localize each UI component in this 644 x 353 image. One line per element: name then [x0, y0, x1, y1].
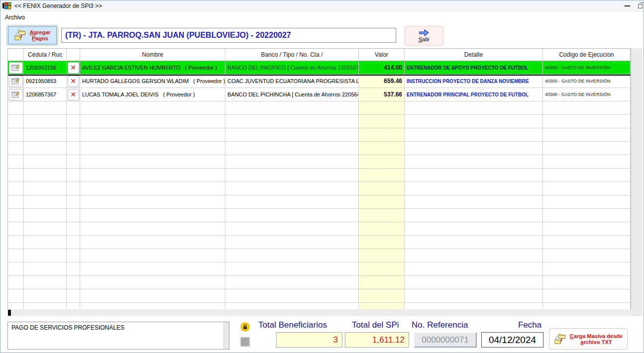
empty-cell: [8, 142, 24, 155]
agregar-pagos-label: Agregar Pagos: [29, 29, 50, 41]
empty-cell: [80, 222, 225, 235]
minimize-button[interactable]: [619, 0, 636, 11]
header-codigo: Codigo de Ejecucion: [543, 49, 631, 61]
empty-cell: [67, 289, 80, 302]
gray-square-button[interactable]: [240, 337, 250, 347]
empty-cell: [8, 169, 24, 181]
empty-cell: [8, 115, 24, 128]
empty-cell: [225, 195, 359, 208]
empty-cell: [405, 236, 543, 249]
grid-horizontal-scrollbar[interactable]: [7, 309, 631, 316]
empty-cell: [67, 209, 80, 222]
empty-cell: [543, 209, 631, 222]
copy-folders-icon: [554, 333, 567, 346]
empty-cell: [543, 222, 631, 235]
empty-cell: [80, 249, 225, 262]
payment-row[interactable]: 1206953158 ✕ AVILEZ GARCIA ESTIVEN HUMBE…: [8, 61, 631, 75]
empty-cell: [359, 115, 405, 128]
total-beneficiarios-label: Total Beneficiarios: [258, 320, 327, 330]
empty-cell: [405, 303, 543, 310]
empty-cell: [543, 303, 631, 310]
cell-codigo: 40300 - GASTO DE INVERSIÓN: [543, 61, 631, 74]
empty-cell: [359, 222, 405, 235]
agregar-pagos-button[interactable]: Agregar Pagos: [6, 25, 58, 46]
empty-grid-row: [8, 263, 631, 276]
cell-cedula: 0921950853: [24, 75, 67, 88]
concepto-textarea[interactable]: PAGO DE SERVICIOS PROFESIONALES: [7, 322, 229, 350]
empty-cell: [67, 182, 80, 195]
empty-cell: [80, 276, 225, 289]
empty-cell: [225, 128, 359, 141]
empty-cell: [405, 195, 543, 208]
referencia-label: No. Referencia: [412, 320, 468, 330]
empty-cell: [225, 303, 359, 310]
restore-icon: [638, 4, 643, 8]
cell-detalle: ENTRENADOR DE APOYO PROYECTO DE FUTBOL: [405, 61, 543, 74]
delete-payment-button[interactable]: ✕: [68, 76, 79, 87]
grid-body: 1206953158 ✕ AVILEZ GARCIA ESTIVEN HUMBE…: [8, 61, 631, 310]
header-nombre: Nombre: [80, 49, 225, 61]
empty-cell: [359, 195, 405, 208]
empty-cell: [67, 101, 80, 114]
empty-cell: [359, 101, 405, 114]
spi-title-field[interactable]: [61, 28, 396, 43]
delete-payment-button[interactable]: ✕: [68, 89, 79, 100]
empty-cell: [80, 115, 225, 128]
empty-cell: [8, 209, 24, 222]
empty-grid-row: [8, 142, 631, 155]
empty-cell: [405, 115, 543, 128]
total-spi-label: Total del SPi: [352, 320, 399, 330]
empty-cell: [225, 263, 359, 275]
window-title: << FENIX Generador de SPi3 >>: [14, 2, 102, 9]
empty-cell: [225, 289, 359, 302]
empty-cell: [80, 142, 225, 155]
empty-cell: [80, 236, 225, 249]
menubar: Archivo: [0, 12, 644, 22]
empty-cell: [80, 128, 225, 141]
empty-grid-row: [8, 195, 631, 209]
empty-grid-row: [8, 182, 631, 195]
grid-header: Cédula / Ruc Nombre Banco / Tipo / No. C…: [8, 49, 631, 61]
cell-banco: BANCO DEL PACIFICO [ Cuenta de Ahorros 1…: [225, 61, 359, 74]
empty-cell: [67, 169, 80, 181]
empty-cell: [8, 236, 24, 249]
empty-grid-row: [8, 289, 631, 303]
empty-cell: [359, 142, 405, 155]
cell-cedula: 1206857367: [24, 88, 67, 101]
edit-payment-button[interactable]: [9, 89, 23, 100]
empty-cell: [8, 276, 24, 289]
empty-cell: [24, 155, 67, 168]
empty-cell: [543, 101, 631, 114]
salir-button[interactable]: Salir: [405, 26, 443, 46]
empty-cell: [405, 209, 543, 222]
empty-cell: [405, 276, 543, 289]
empty-grid-row: [8, 303, 631, 310]
empty-cell: [24, 195, 67, 208]
carga-masiva-button[interactable]: Carga Masiva desde archivo TXT: [549, 328, 628, 350]
payment-row[interactable]: 0921950853 ✕ HURTADO GALLEGOS GERSON WLA…: [8, 75, 631, 88]
empty-grid-row: [8, 101, 631, 115]
cell-valor: 537.66: [359, 88, 405, 101]
empty-cell: [543, 236, 631, 249]
edit-form-icon: [11, 91, 20, 98]
empty-cell: [359, 155, 405, 168]
maximize-button[interactable]: [636, 0, 644, 11]
empty-cell: [543, 195, 631, 208]
delete-payment-button[interactable]: ✕: [68, 62, 79, 74]
empty-cell: [24, 263, 67, 275]
grid-vertical-scrollbar[interactable]: [632, 48, 643, 316]
empty-cell: [225, 249, 359, 262]
menu-archivo[interactable]: Archivo: [0, 13, 29, 22]
fecha-label: Fecha: [518, 320, 541, 330]
empty-cell: [24, 115, 67, 128]
empty-cell: [24, 182, 67, 195]
empty-cell: [225, 182, 359, 195]
edit-payment-button[interactable]: [9, 62, 23, 74]
horizontal-scrollbar-thumb[interactable]: [8, 310, 11, 316]
fecha-input[interactable]: [481, 332, 543, 348]
payment-row[interactable]: 1206857367 ✕ LUCAS TOMALA JOEL DEIVIS ( …: [8, 88, 631, 101]
empty-cell: [225, 155, 359, 168]
header-valor: Valor: [359, 49, 405, 61]
edit-payment-button[interactable]: [9, 76, 23, 87]
empty-cell: [80, 155, 225, 168]
